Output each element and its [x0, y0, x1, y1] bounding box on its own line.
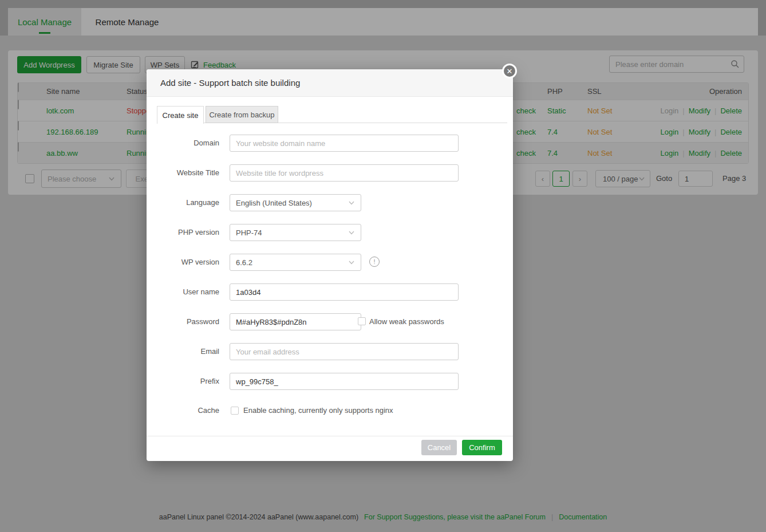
- confirm-button[interactable]: Confirm: [462, 440, 502, 455]
- wp-version-label: WP version: [147, 254, 219, 271]
- chevron-down-icon: [348, 229, 355, 236]
- form-row-website-title: Website Title: [147, 164, 513, 182]
- form-row-email: Email: [147, 343, 513, 360]
- php-version-value: PHP-74: [236, 228, 262, 237]
- add-site-modal: ✕ Add site - Support batch site building…: [147, 69, 513, 461]
- form-row-user-name: User name: [147, 283, 513, 301]
- app-canvas: Local Manage Remote Manage Add Wordpress…: [0, 0, 766, 532]
- tab-create-from-backup[interactable]: Create from backup: [206, 106, 278, 123]
- email-label: Email: [147, 343, 219, 360]
- php-version-label: PHP version: [147, 224, 219, 241]
- tab-create-site[interactable]: Create site: [157, 106, 204, 124]
- website-title-label: Website Title: [147, 164, 219, 182]
- modal-title: Add site - Support batch site building: [147, 69, 513, 97]
- form-row-password: Password Allow weak passwords: [147, 313, 513, 330]
- cancel-button[interactable]: Cancel: [421, 440, 457, 455]
- language-select[interactable]: English (United States): [230, 194, 361, 211]
- form-row-language: Language English (United States): [147, 194, 513, 211]
- allow-weak-passwords-label: Allow weak passwords: [369, 313, 444, 330]
- prefix-label: Prefix: [147, 373, 219, 390]
- form-row-prefix: Prefix: [147, 373, 513, 390]
- allow-weak-passwords-checkbox[interactable]: [358, 317, 366, 325]
- prefix-input[interactable]: [230, 373, 459, 390]
- website-title-input[interactable]: [230, 164, 459, 182]
- modal-footer-divider: [147, 436, 513, 436]
- form-row-domain: Domain: [147, 135, 513, 152]
- domain-input[interactable]: [230, 135, 459, 152]
- password-input[interactable]: [230, 313, 361, 330]
- domain-label: Domain: [147, 135, 219, 152]
- password-label: Password: [147, 313, 219, 330]
- wp-version-select[interactable]: 6.6.2: [230, 254, 361, 271]
- form-row-php-version: PHP version PHP-74: [147, 224, 513, 241]
- warning-icon: !: [369, 257, 380, 267]
- enable-caching-label: Enable caching, currently only supports …: [243, 405, 393, 416]
- language-value: English (United States): [236, 199, 312, 207]
- wp-version-value: 6.6.2: [236, 258, 252, 267]
- php-version-select[interactable]: PHP-74: [230, 224, 361, 241]
- email-input[interactable]: [230, 343, 459, 360]
- close-icon[interactable]: ✕: [502, 64, 517, 78]
- form-row-cache: Cache Enable caching, currently only sup…: [147, 405, 513, 416]
- chevron-down-icon: [348, 259, 355, 266]
- user-name-input[interactable]: [230, 283, 459, 301]
- language-label: Language: [147, 194, 219, 211]
- user-name-label: User name: [147, 283, 219, 301]
- cache-label: Cache: [147, 405, 219, 416]
- chevron-down-icon: [348, 199, 355, 206]
- enable-caching-checkbox[interactable]: [231, 407, 239, 415]
- form-row-wp-version: WP version 6.6.2 !: [147, 254, 513, 271]
